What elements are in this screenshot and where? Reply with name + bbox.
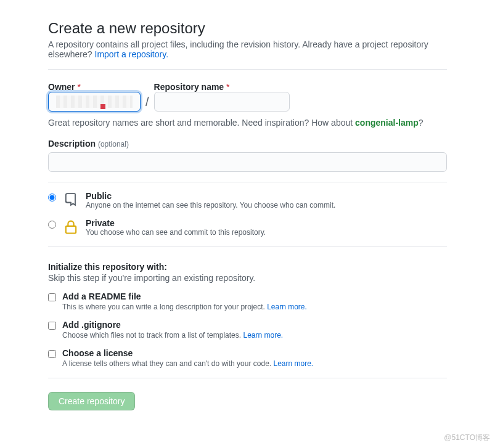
choose-license-checkbox[interactable]	[48, 350, 56, 358]
owner-avatar-redacted	[56, 96, 133, 108]
public-desc: Anyone on the internet can see this repo…	[86, 201, 447, 210]
visibility-public-radio[interactable]	[48, 193, 56, 202]
public-title: Public	[86, 191, 447, 201]
readme-desc: This is where you can write a long descr…	[62, 303, 447, 311]
choose-license-option[interactable]: Choose a license A license tells others …	[48, 348, 447, 368]
page-subhead: A repository contains all project files,…	[48, 39, 447, 59]
repo-name-hint: Great repository names are short and mem…	[48, 118, 447, 128]
readme-learn-more-link[interactable]: Learn more.	[267, 303, 307, 311]
license-title: Choose a license	[62, 348, 447, 358]
gitignore-learn-more-link[interactable]: Learn more.	[243, 331, 283, 340]
repo-name-suggestion[interactable]: congenial-lamp	[355, 118, 419, 128]
description-input[interactable]	[48, 152, 447, 172]
add-gitignore-option[interactable]: Add .gitignore Choose which files not to…	[48, 320, 447, 340]
add-readme-option[interactable]: Add a README file This is where you can …	[48, 291, 447, 311]
license-learn-more-link[interactable]: Learn more.	[274, 359, 314, 368]
repo-icon	[62, 191, 80, 208]
readme-title: Add a README file	[62, 291, 447, 301]
add-gitignore-checkbox[interactable]	[48, 322, 56, 330]
divider	[48, 182, 447, 182]
visibility-public-option[interactable]: Public Anyone on the internet can see th…	[48, 191, 447, 210]
repo-name-label: Repository name *	[154, 82, 290, 92]
visibility-private-radio[interactable]	[48, 221, 56, 229]
init-section-sub: Skip this step if you're importing an ex…	[48, 273, 447, 283]
svg-rect-0	[66, 226, 76, 234]
divider	[48, 246, 447, 247]
owner-repo-separator: /	[145, 95, 149, 109]
lock-icon	[62, 218, 80, 235]
repo-name-input[interactable]	[154, 92, 290, 112]
divider	[48, 69, 447, 70]
private-title: Private	[86, 218, 447, 228]
private-desc: You choose who can see and commit to thi…	[86, 228, 447, 237]
description-label: Description (optional)	[48, 139, 447, 149]
page-title: Create a new repository	[48, 20, 447, 37]
create-repository-button[interactable]: Create repository	[48, 392, 135, 410]
divider	[48, 378, 447, 378]
gitignore-desc: Choose which files not to track from a l…	[62, 331, 447, 340]
add-readme-checkbox[interactable]	[48, 293, 56, 301]
license-desc: A license tells others what they can and…	[62, 359, 447, 368]
visibility-private-option[interactable]: Private You choose who can see and commi…	[48, 218, 447, 237]
init-section-title: Initialize this repository with:	[48, 262, 447, 272]
gitignore-title: Add .gitignore	[62, 320, 447, 330]
owner-label: Owner *	[48, 82, 141, 92]
owner-select[interactable]	[48, 92, 141, 112]
import-repository-link[interactable]: Import a repository.	[95, 49, 169, 59]
